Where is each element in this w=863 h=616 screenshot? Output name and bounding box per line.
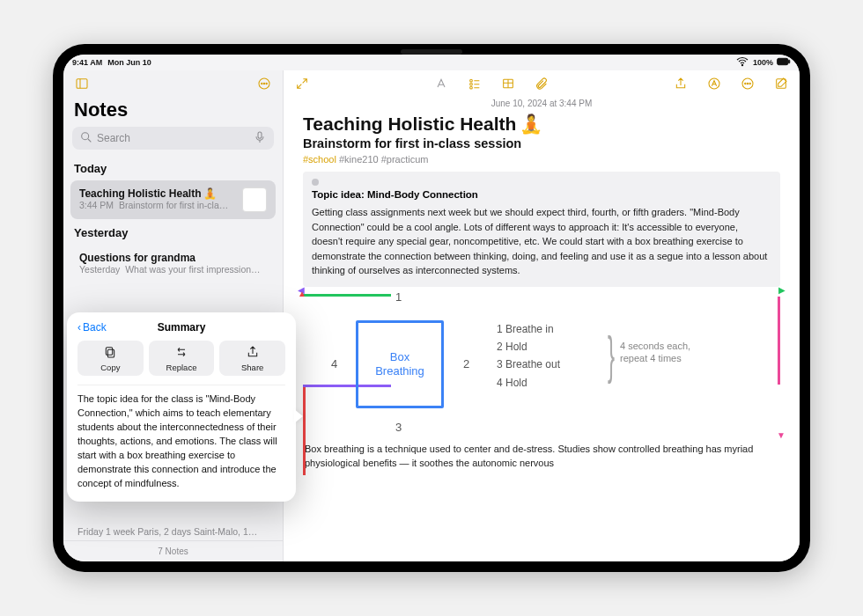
svg-rect-12 [108, 349, 114, 357]
attachment-icon[interactable] [532, 74, 551, 93]
svg-point-0 [741, 64, 742, 65]
chevron-left-icon: ‹ [77, 321, 81, 334]
breathing-annotation: 4 seconds each, repeat 4 times [620, 340, 690, 365]
section-yesterday: Yesterday [63, 221, 283, 243]
search-input[interactable]: Search [72, 127, 274, 150]
note-title: Teaching Holistic Health 🧘 [303, 114, 780, 135]
svg-point-7 [263, 83, 264, 84]
sidebar-toggle-icon[interactable] [72, 74, 92, 93]
svg-point-27 [749, 83, 750, 84]
fullscreen-icon[interactable] [292, 74, 312, 93]
share-icon [246, 345, 260, 361]
paragraph-1: Getting class assignments next week but … [312, 205, 771, 278]
more-options-icon[interactable] [254, 74, 274, 93]
svg-point-16 [470, 83, 473, 85]
status-date: Mon Jun 10 [107, 58, 151, 67]
summary-text: The topic idea for the class is "Mind-Bo… [77, 385, 285, 491]
replace-icon [174, 345, 188, 361]
meditation-emoji: 🧘 [520, 114, 542, 135]
selected-text-block[interactable]: Topic idea: Mind-Body Connection Getting… [303, 172, 780, 287]
svg-rect-2 [789, 60, 790, 63]
svg-rect-13 [107, 347, 113, 355]
svg-point-26 [747, 83, 748, 84]
notes-sidebar: Notes Search Today Teaching Holistic Hea… [63, 70, 284, 561]
note-item-friday[interactable]: Friday 1 week Paris, 2 days Saint-Malo, … [63, 523, 283, 540]
table-icon[interactable] [498, 74, 518, 93]
replace-button[interactable]: Replace [149, 341, 215, 376]
note-subtitle[interactable]: Brainstorm for first in-class session [303, 136, 780, 150]
note-item-yesterday[interactable]: Questions for grandma Yesterday What was… [70, 245, 276, 282]
note-timestamp: June 10, 2024 at 3:44 PM [303, 99, 780, 108]
battery-icon [777, 55, 791, 70]
svg-point-8 [266, 83, 267, 84]
brace-icon: } [608, 325, 615, 385]
note-body[interactable]: June 10, 2024 at 3:44 PM Teaching Holist… [284, 97, 800, 561]
svg-line-10 [88, 139, 91, 142]
svg-rect-3 [77, 79, 87, 89]
text-format-icon[interactable] [432, 74, 451, 93]
search-placeholder: Search [97, 132, 130, 144]
mic-icon[interactable] [253, 130, 267, 147]
back-button[interactable]: ‹ Back [77, 321, 107, 334]
box-breathing-sketch: Box Breathing 1 2 3 4 1 Breathe in 2 Hol… [303, 294, 780, 435]
note-editor: June 10, 2024 at 3:44 PM Teaching Holist… [284, 70, 800, 561]
svg-point-18 [470, 86, 473, 89]
share-note-icon[interactable] [671, 74, 690, 93]
svg-point-14 [470, 79, 473, 82]
meditation-emoji: 🧘 [203, 187, 217, 200]
breathing-steps: 1 Breathe in 2 Hold 3 Breathe out 4 Hold [497, 320, 560, 392]
note-tags[interactable]: #school #kine210 #practicum [303, 154, 780, 165]
notes-count: 7 Notes [63, 540, 283, 561]
svg-rect-1 [778, 58, 788, 64]
copy-icon [103, 345, 117, 361]
svg-point-6 [262, 83, 262, 84]
search-icon [79, 130, 93, 147]
share-button[interactable]: Share [219, 341, 285, 376]
popover-title: Summary [158, 321, 206, 334]
status-time: 9:41 AM [72, 58, 102, 67]
note-thumbnail [242, 187, 267, 212]
more-icon[interactable] [738, 74, 757, 93]
checklist-icon[interactable] [465, 74, 484, 93]
note-item-today[interactable]: Teaching Holistic Health 🧘 3:44 PM Brain… [70, 180, 276, 219]
svg-point-25 [745, 83, 746, 84]
compose-icon[interactable] [771, 74, 791, 93]
selection-handle-icon[interactable] [312, 179, 319, 186]
writing-tools-icon[interactable] [704, 74, 724, 93]
status-bar: 9:41 AM Mon Jun 10 100% [63, 55, 800, 70]
summary-popover: ‹ Back Summary Copy Replace [67, 312, 296, 502]
svg-rect-11 [258, 132, 262, 138]
copy-button[interactable]: Copy [77, 341, 144, 376]
battery-percent: 100% [753, 58, 773, 67]
note-title-text: Teaching Holistic Health [79, 187, 201, 200]
sidebar-title: Notes [63, 97, 283, 127]
svg-point-9 [82, 132, 89, 139]
wifi-icon [735, 55, 749, 70]
section-today: Today [63, 157, 283, 179]
topic-heading: Topic idea: Mind-Body Connection [312, 189, 771, 200]
